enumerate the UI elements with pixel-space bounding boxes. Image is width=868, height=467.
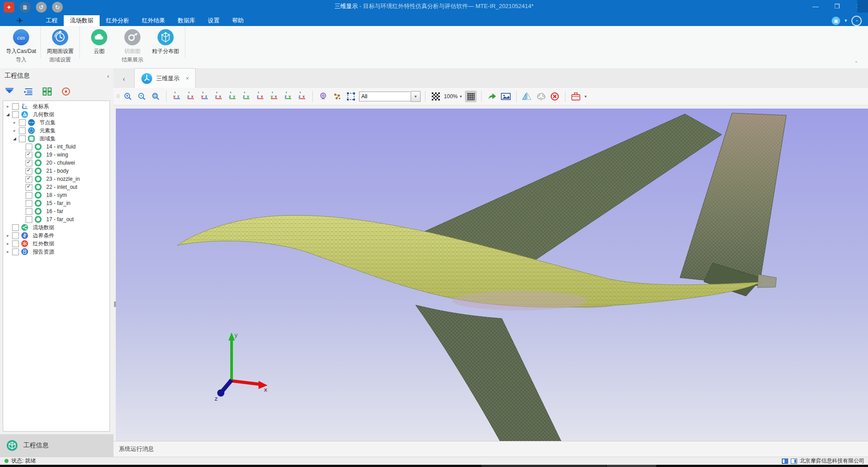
tree-expand-icon[interactable]: ▸ — [5, 249, 11, 254]
mirror-icon[interactable] — [521, 91, 533, 102]
tree-row[interactable]: 16 - far — [3, 207, 110, 215]
tree-checkbox[interactable] — [12, 103, 19, 110]
view-3-icon[interactable]: xz — [199, 91, 210, 102]
style-toggle-icon[interactable]: ▣ — [832, 17, 840, 25]
menu-item-1[interactable]: 工程 — [39, 15, 64, 26]
tree-checkbox[interactable] — [26, 192, 32, 199]
tree-checkbox[interactable] — [26, 176, 32, 183]
view-2-icon[interactable]: zx — [185, 91, 197, 102]
maximize-button[interactable]: ❐ — [832, 3, 842, 10]
tab-3d-display[interactable]: 三维显示 × — [134, 68, 196, 88]
tree-checkbox[interactable] — [26, 168, 32, 175]
tree-row[interactable]: 15 - far_in — [3, 199, 110, 207]
tree-checkbox[interactable] — [26, 144, 32, 150]
menu-item-7[interactable]: 帮助 — [226, 15, 250, 26]
tree-row[interactable]: 20 - chuiwei — [3, 159, 110, 167]
tree-row[interactable]: ▸红外数据 — [3, 240, 110, 248]
zoom-out-icon[interactable] — [136, 91, 148, 102]
tree-checkbox[interactable] — [19, 127, 26, 134]
display-filter-dropdown-icon[interactable]: ▼ — [411, 91, 421, 102]
list-icon[interactable] — [23, 87, 33, 96]
tree-checkbox[interactable] — [26, 200, 32, 207]
tree-row[interactable]: 18 - sym — [3, 191, 110, 199]
ribbon-button-云图[interactable]: 云图 — [83, 26, 116, 55]
tree-checkbox[interactable] — [12, 249, 19, 255]
tree-checkbox[interactable] — [26, 152, 32, 158]
project-info-button[interactable]: 工程信息 — [0, 434, 114, 457]
menu-item-4[interactable]: 红外结果 — [136, 15, 171, 26]
dither-icon[interactable] — [430, 91, 442, 102]
tree-row[interactable]: ◢几何数据 — [3, 110, 110, 118]
ribbon-button-粒子分布图[interactable]: 粒子分布图 — [149, 26, 182, 55]
ribbon-collapse-icon[interactable]: ⌃ — [855, 61, 858, 65]
tree-expand-icon[interactable]: ▸ — [5, 104, 11, 109]
tree-expand-icon[interactable]: ▸ — [12, 120, 18, 125]
tree-checkbox[interactable] — [12, 232, 19, 239]
ribbon-button-周期面设置[interactable]: 周期面设置 — [44, 26, 77, 55]
tree-checkbox[interactable] — [12, 240, 19, 247]
menu-item-3[interactable]: 红外分析 — [100, 15, 136, 26]
view-9-icon[interactable]: zy — [282, 91, 294, 102]
tree-row[interactable]: ▸报告资源 — [3, 248, 110, 256]
target-icon[interactable] — [61, 87, 71, 96]
menu-item-5[interactable]: 数据库 — [171, 15, 202, 26]
tree-row[interactable]: ▸节点集 — [3, 118, 110, 127]
zoom-in-icon[interactable] — [122, 91, 134, 102]
tree-row[interactable]: 23 - nozzle_in — [3, 175, 110, 183]
tree-checkbox[interactable] — [19, 135, 26, 142]
dropdown-caret-icon[interactable]: ▼ — [844, 18, 848, 23]
tree-expand-icon[interactable]: ▸ — [12, 128, 18, 133]
tree-checkbox[interactable] — [26, 160, 32, 166]
view-1-icon[interactable]: xz — [171, 91, 183, 102]
share-arrow-icon[interactable] — [486, 91, 498, 102]
smooth-icon[interactable] — [535, 91, 547, 102]
tree-row[interactable]: ▸YZX坐标系 — [3, 102, 110, 110]
view-6-icon[interactable]: zy — [241, 91, 252, 102]
minimize-button[interactable]: — — [811, 3, 820, 10]
view-4-icon[interactable]: zx — [213, 91, 224, 102]
tree-row[interactable]: 22 - inlet_out — [3, 183, 110, 191]
panel-collapse-icon[interactable]: ‹ — [107, 73, 109, 79]
view-8-icon[interactable]: yx — [268, 91, 280, 102]
view-7-icon[interactable]: zx — [254, 91, 266, 102]
tree-checkbox[interactable] — [12, 111, 19, 118]
menu-item-2[interactable]: 流场数据 — [64, 15, 100, 26]
tree-row[interactable]: 21 - body — [3, 167, 110, 175]
tree-checkbox[interactable] — [19, 119, 26, 126]
camera-icon[interactable] — [317, 91, 329, 102]
tree-expand-icon[interactable]: ◢ — [12, 136, 18, 141]
tree-checkbox[interactable] — [12, 224, 19, 231]
tree-row[interactable]: 流场数据 — [3, 223, 110, 231]
filter-icon[interactable] — [4, 87, 14, 96]
snapshot-icon[interactable] — [500, 91, 512, 102]
zoom-level[interactable]: 100%▼ — [444, 93, 463, 100]
view-5-icon[interactable]: zy — [227, 91, 238, 102]
tree-row[interactable]: ▸边界条件 — [3, 231, 110, 240]
tree-checkbox[interactable] — [26, 208, 32, 215]
display-filter-input[interactable] — [359, 92, 411, 101]
select-box-icon[interactable] — [345, 91, 357, 102]
taskbar[interactable] — [0, 465, 868, 467]
view-10-icon[interactable]: zx — [296, 91, 308, 102]
tab-close-icon[interactable]: × — [186, 75, 189, 82]
tree-expand-icon[interactable]: ◢ — [5, 112, 11, 117]
tree-checkbox[interactable] — [26, 216, 32, 223]
tree-row[interactable]: 17 - far_out — [3, 215, 110, 223]
tree-expand-icon[interactable]: ▸ — [5, 241, 11, 246]
theme-icon[interactable]: ◔ — [851, 16, 862, 26]
tab-scroll-left-icon[interactable]: ‹ — [114, 75, 134, 88]
tree-row[interactable]: ▸元素集 — [3, 127, 110, 135]
remove-icon[interactable] — [549, 91, 561, 102]
export-icon[interactable] — [570, 91, 582, 102]
tree-row[interactable]: ◢面域集 — [3, 135, 110, 143]
tree-expand-icon[interactable]: ▸ — [5, 233, 11, 238]
tree-row[interactable]: 14 - int_fluid — [3, 143, 110, 151]
viewport-3d[interactable]: ●●● — [116, 109, 868, 441]
export-caret-icon[interactable]: ▼ — [584, 95, 587, 99]
grid-toggle-icon[interactable] — [465, 91, 477, 102]
display-filter-select[interactable]: ▼ — [359, 91, 421, 102]
splitter-grip[interactable]: ●●● — [114, 301, 116, 307]
tree-row[interactable]: 19 - wing — [3, 151, 110, 159]
menu-item-6[interactable]: 设置 — [202, 15, 226, 26]
ribbon-button-导入Cas/Dat[interactable]: cas导入Cas/Dat — [4, 26, 38, 55]
